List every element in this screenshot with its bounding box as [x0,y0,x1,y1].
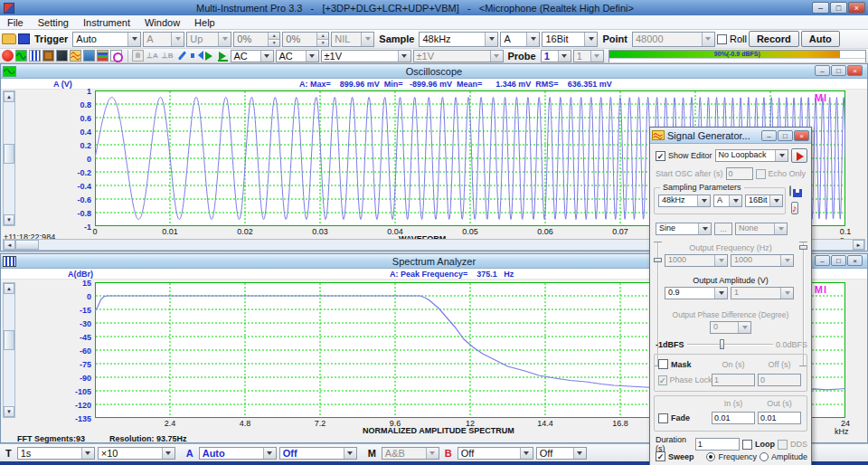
mask-checkbox[interactable]: Mask [658,359,709,369]
scroll-up-icon[interactable]: ▲ [4,283,14,294]
fade-in-input[interactable]: 0.01 [712,412,755,424]
output-amplitude-a-select[interactable]: 0.9 [665,287,728,299]
oscilloscope-titlebar[interactable]: Oscilloscope – □ × [1,64,867,79]
channel-a-trigger-select[interactable]: Auto [199,447,277,460]
spinner-arrows[interactable]: ▲▼ [268,33,279,46]
loopback-select[interactable]: No Loopback [715,149,788,162]
app-minimize-button[interactable]: – [812,2,829,14]
oscilloscope-maximize-button[interactable]: □ [831,65,846,76]
spectrum-minimize-button[interactable]: – [815,255,830,266]
siggen-close-button[interactable]: × [794,130,809,141]
range-a-select[interactable]: ±1V [321,50,411,62]
app-close-button[interactable]: × [848,2,865,14]
coupling-a-select[interactable]: AC [231,50,274,62]
derived-data-point-icon[interactable] [97,50,108,62]
loop-checkbox[interactable]: Loop [742,440,775,450]
record-button[interactable]: Record [749,31,799,47]
siggen-play-button[interactable] [791,148,807,163]
trigger-edge-select[interactable]: Up [186,32,231,47]
range-b-select[interactable]: ±1V [413,50,504,62]
scroll-right-icon[interactable]: ► [853,240,864,250]
channel-a-mode-select[interactable]: Off [279,447,357,460]
spinner-arrows[interactable]: ▲▼ [316,33,328,46]
scroll-thumb[interactable] [4,330,14,350]
siggen-maximize-button[interactable]: □ [778,130,793,141]
channel-b-mode-select[interactable]: Off [536,447,587,460]
sample-rate-select[interactable]: 48kHz [419,32,498,47]
app-titlebar[interactable]: Multi-Instrument Pro 3.3 - [+3DP+DLG+LCR… [0,0,868,15]
spectrum-vertical-scrollbar[interactable]: ▲ ▼ [3,282,15,418]
show-editor-checkbox[interactable]: ✓ Show Editor [656,151,712,161]
output-frequency-b-select[interactable]: 1000 [731,254,794,267]
spectrum-maximize-button[interactable]: □ [831,255,846,266]
siggen-bits-select[interactable]: 16Bit [745,195,783,207]
multimeter-icon[interactable] [42,50,54,62]
wave-more-button[interactable]: ... [714,223,732,235]
dbfs-slider[interactable] [687,339,773,349]
point-count-select[interactable]: 48000 [632,32,715,47]
sweep-amplitude-radio[interactable]: Amplitude [760,452,807,461]
run-continuous-icon[interactable] [217,50,229,62]
trigger-delay-spinner[interactable]: 0% ▲▼ [282,32,329,47]
output-phase-select[interactable]: 0 [710,321,751,334]
spectrum-analyzer-icon[interactable] [29,50,41,62]
multiplier-select[interactable]: ×10 [98,447,175,460]
slider-thumb[interactable] [654,258,662,262]
auto-scale-button[interactable]: Auto [801,31,840,47]
probe-b-select[interactable]: 1 [573,50,604,62]
menu-file[interactable]: File [0,17,31,28]
wave-type-select[interactable]: Sine [656,223,712,235]
modulation-select[interactable]: None [735,223,788,235]
sweep-checkbox[interactable]: ✓ Sweep [656,451,703,461]
trigger-mode-select[interactable]: Auto [72,32,141,47]
spectrum-close-button[interactable]: × [847,255,863,266]
fade-checkbox[interactable]: Fade [658,413,709,423]
oscilloscope-close-button[interactable]: × [847,65,863,76]
siggen-channel-select[interactable]: A [713,195,742,207]
open-file-icon[interactable] [2,33,16,44]
scroll-down-icon[interactable]: ▼ [4,214,14,225]
app-restore-button[interactable]: □ [830,2,847,14]
fade-out-input[interactable]: 0.01 [758,412,801,424]
trigger-level-spinner[interactable]: 0% ▲▼ [233,32,280,47]
math-mode-select[interactable]: A&B [382,447,439,460]
siggen-sample-rate-select[interactable]: 48kHz [658,195,711,207]
oscilloscope-vertical-scrollbar[interactable]: ▲ ▼ [3,90,15,226]
menu-setting[interactable]: Setting [31,17,76,28]
start-osc-input[interactable]: 0 [726,167,753,180]
mask-off-input[interactable]: 0 [758,374,801,386]
mask-on-input[interactable]: 1 [712,374,755,386]
spectrum-3d-plot-icon[interactable] [56,50,68,62]
echo-only-checkbox[interactable]: Echo Only [756,169,807,179]
ground-b-icon[interactable]: ⊥B [161,52,175,60]
scroll-down-icon[interactable]: ▼ [4,406,14,417]
output-frequency-a-select[interactable]: 1000 [665,254,728,267]
probe-a-select[interactable]: 1 [541,50,571,62]
dds-checkbox[interactable]: DDS [778,440,807,450]
oscilloscope-minimize-button[interactable]: – [815,65,830,76]
sweep-frequency-radio[interactable]: Frequency [706,452,757,461]
siggen-minimize-button[interactable]: – [761,130,777,141]
record-indicator-icon[interactable] [2,50,14,62]
signal-generator-titlebar[interactable]: Signal Generator... – □ × [650,128,811,144]
scroll-thumb[interactable] [15,240,39,250]
roll-checkbox[interactable]: Roll [717,33,747,44]
sample-channel-select[interactable]: A [500,32,540,47]
menu-help[interactable]: Help [187,17,222,28]
data-logger-icon[interactable] [83,50,95,62]
signal-generator-icon[interactable] [70,50,81,62]
phase-lock-checkbox[interactable]: ✓ Phase Lock [658,375,709,385]
scroll-left-icon[interactable]: ◄ [4,240,15,250]
siggen-save-button[interactable] [789,185,791,196]
channel-b-trigger-select[interactable]: Off [458,447,533,460]
duration-input[interactable]: 1 [695,438,740,451]
output-amplitude-b-select[interactable]: 1 [731,287,794,299]
coupling-b-select[interactable]: AC [276,50,319,62]
menu-window[interactable]: Window [137,17,187,28]
hpf-select[interactable]: NIL [331,32,374,47]
oscilloscope-icon[interactable] [15,50,27,62]
scroll-up-icon[interactable]: ▲ [4,91,14,102]
scroll-thumb[interactable] [4,144,14,164]
slider-thumb[interactable] [799,245,807,250]
sample-bits-select[interactable]: 16Bit [542,32,598,47]
